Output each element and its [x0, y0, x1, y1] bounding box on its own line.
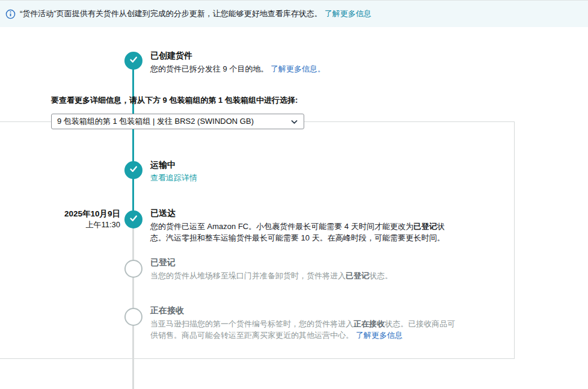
- step-title: 正在接收: [150, 305, 461, 316]
- step-title: 已创建货件: [150, 50, 325, 61]
- step-marker-delivered: [124, 210, 142, 228]
- step-description-text: 当您的货件从堆场移至垛口门并准备卸货时，货件将进入: [150, 271, 346, 280]
- checkmark-icon: [129, 213, 138, 225]
- step-title: 已送达: [150, 207, 458, 218]
- timeline-step-checked-in: 已登记 当您的货件从堆场移至垛口门并准备卸货时，货件将进入已登记状态。: [150, 257, 393, 281]
- timeline-step-receiving: 正在接收 当亚马逊扫描您的第一个货件编号标签时，您的货件将进入正在接收状态。已接…: [150, 305, 461, 341]
- checkmark-icon: [129, 55, 138, 67]
- status-keyword: 已登记: [346, 271, 369, 280]
- step-description-text: 您的货件已运至 Amazon FC。小包裹货件最长可能需要 4 天时间才能更改为: [150, 222, 414, 231]
- info-banner: “货件活动”页面提供有关货件从创建到完成的分步更新，让您能够更好地查看库存状态。…: [0, 0, 588, 27]
- step-description-text: 您的货件已拆分发往 9 个目的地。: [150, 64, 268, 73]
- box-group-select-value: 9 包装箱组的第 1 包装箱组 | 发往 BRS2 (SWINDON GB): [57, 116, 254, 127]
- step-marker-created: [124, 52, 142, 70]
- timeline-step-in-transit: 运输中 查看追踪详情: [150, 159, 197, 183]
- checkmark-icon: [129, 164, 138, 176]
- box-group-select[interactable]: 9 包装箱组的第 1 包装箱组 | 发往 BRS2 (SWINDON GB): [51, 114, 304, 129]
- timeline-step-delivered: 已送达 您的货件已运至 Amazon FC。小包裹货件最长可能需要 4 天时间才…: [150, 207, 458, 244]
- delivered-time: 上午11:30: [24, 219, 120, 230]
- timeline-line-completed: [132, 61, 134, 219]
- info-icon: [5, 9, 16, 19]
- chevron-down-icon: [290, 118, 298, 126]
- step-description: 当您的货件从堆场移至垛口门并准备卸货时，货件将进入已登记状态。: [150, 270, 393, 281]
- banner-learn-more-link[interactable]: 了解更多信息: [325, 8, 372, 19]
- timeline-step-created: 已创建货件 您的货件已拆分发往 9 个目的地。 了解更多信息。: [150, 50, 325, 75]
- learn-more-link[interactable]: 了解更多信息。: [271, 64, 325, 73]
- timeline-line-pending: [132, 219, 134, 389]
- step-description: 当亚马逊扫描您的第一个货件编号标签时，您的货件将进入正在接收状态。已接收商品可供…: [150, 318, 461, 341]
- status-keyword: 正在接收: [354, 319, 385, 328]
- learn-more-link[interactable]: 了解更多信息: [356, 331, 403, 340]
- step-description-text: 状态。: [369, 271, 393, 280]
- step-marker-receiving: [124, 308, 142, 326]
- delivered-date: 2025年10月9日: [24, 209, 120, 219]
- box-group-selector-label: 要查看更多详细信息，请从下方 9 包装箱组的第 1 包装箱组中进行选择:: [51, 95, 298, 106]
- step-description-text: 当亚马逊扫描您的第一个货件编号标签时，您的货件将进入: [150, 319, 354, 328]
- view-tracking-link[interactable]: 查看追踪详情: [150, 172, 197, 183]
- step-description: 您的货件已拆分发往 9 个目的地。 了解更多信息。: [150, 63, 325, 75]
- step-title: 已登记: [150, 257, 393, 268]
- delivered-timestamp: 2025年10月9日 上午11:30: [24, 209, 120, 230]
- banner-text: “货件活动”页面提供有关货件从创建到完成的分步更新，让您能够更好地查看库存状态。: [20, 8, 322, 19]
- status-keyword: 已登记: [414, 222, 437, 231]
- step-marker-checked-in: [124, 260, 142, 278]
- step-title: 运输中: [150, 159, 197, 170]
- step-description: 您的货件已运至 Amazon FC。小包裹货件最长可能需要 4 天时间才能更改为…: [150, 221, 458, 244]
- step-marker-in-transit: [124, 161, 142, 179]
